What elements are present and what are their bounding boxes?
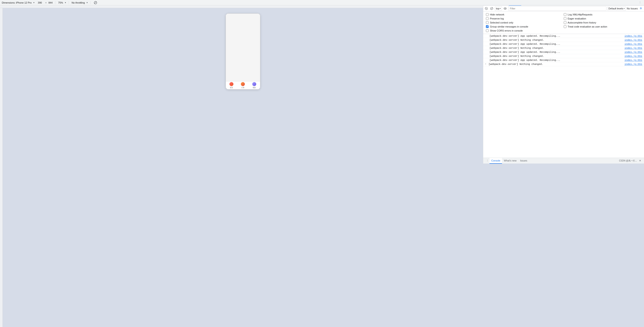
- zoom-label[interactable]: 75%: [58, 1, 63, 4]
- width-value[interactable]: 390: [36, 1, 44, 4]
- zoom-chevron-icon[interactable]: ▾: [65, 1, 66, 4]
- svg-line-1: [94, 2, 96, 4]
- ruler-left: [0, 8, 3, 164]
- device-tab-profile[interactable]: 我的: [252, 82, 256, 89]
- home-tab-label: 首页: [230, 86, 233, 89]
- orders-tab-icon: [241, 82, 245, 86]
- throttle-chevron-icon[interactable]: ▾: [86, 1, 88, 4]
- device-name-label[interactable]: Dimensions: iPhone 12 Pro: [2, 1, 32, 4]
- home-tab-icon: [230, 82, 234, 86]
- profile-tab-label: 我的: [253, 86, 256, 89]
- ruler-top: [0, 5, 322, 8]
- device-frame: 首页 订单 我的: [226, 14, 260, 90]
- device-tab-orders[interactable]: 订单: [241, 82, 245, 89]
- device-tabbar: 首页 订单 我的: [226, 81, 260, 89]
- profile-tab-icon: [252, 82, 256, 86]
- device-screen: [226, 14, 260, 81]
- orders-tab-label: 订单: [241, 86, 244, 89]
- no-throttle-icon[interactable]: [93, 0, 98, 5]
- throttle-label[interactable]: No throttling: [72, 1, 85, 4]
- device-tab-home[interactable]: 首页: [230, 82, 234, 89]
- separator3: [90, 1, 90, 4]
- viewport-area: 首页 订单 我的: [0, 5, 322, 164]
- top-toolbar: Dimensions: iPhone 12 Pro ▾ 390 × 844 75…: [0, 0, 322, 5]
- device-chevron-icon[interactable]: ▾: [33, 1, 34, 4]
- separator: [55, 1, 56, 4]
- height-value[interactable]: 844: [48, 1, 52, 4]
- dimension-x-label: ×: [45, 1, 46, 4]
